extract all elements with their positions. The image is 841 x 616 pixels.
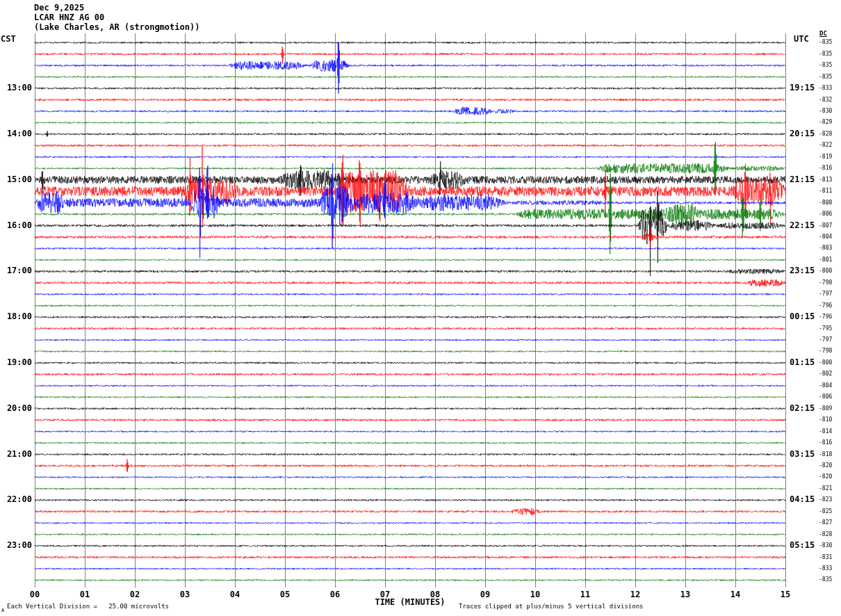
left-time-label: 13:00: [4, 83, 32, 92]
dc-offset-value: -796: [819, 302, 832, 309]
left-time-label: 21:00: [4, 450, 32, 459]
dc-offset-value: -803: [819, 245, 832, 251]
vertical-division-note: Each Vertical Division = 25.00 microvolt…: [7, 603, 169, 610]
left-timezone-header: CST: [1, 35, 16, 44]
title-station-code: LCAR HNZ AG 00: [34, 13, 104, 22]
dc-offset-value: -806: [819, 394, 832, 400]
dc-column-header: DC: [819, 30, 827, 37]
dc-offset-value: -833: [819, 85, 832, 91]
dc-offset-value: -835: [819, 39, 832, 45]
dc-offset-value: -795: [819, 325, 832, 332]
dc-offset-value: -809: [819, 405, 832, 412]
right-time-label: 01:15: [790, 358, 815, 367]
dc-offset-value: -800: [819, 359, 832, 366]
dc-offset-value: -816: [819, 439, 832, 446]
title-station-name: (Lake Charles, AR (strongmotion)): [34, 23, 199, 32]
dc-offset-value: -835: [819, 51, 832, 57]
right-time-label: 03:15: [790, 450, 815, 459]
dc-offset-value: -827: [819, 519, 832, 526]
dc-offset-value: -801: [819, 257, 832, 263]
dc-offset-value: -832: [819, 97, 832, 103]
dc-offset-value: -828: [819, 531, 832, 537]
dc-offset-value: -818: [819, 451, 832, 457]
dc-offset-value: -822: [819, 142, 832, 148]
right-time-label: 20:15: [790, 129, 815, 138]
right-time-label: 00:15: [790, 312, 815, 321]
right-time-label: 19:15: [790, 83, 815, 92]
dc-offset-value: -798: [819, 279, 832, 286]
left-time-label: 23:00: [4, 541, 32, 550]
dc-offset-value: -814: [819, 428, 832, 435]
left-time-label: 20:00: [4, 404, 32, 413]
dc-offset-value: -804: [819, 382, 832, 389]
right-time-label: 22:15: [790, 221, 815, 230]
dc-offset-value: -829: [819, 119, 832, 125]
dc-offset-value: -806: [819, 211, 832, 217]
dc-offset-value: -807: [819, 222, 832, 229]
dc-offset-value: -835: [819, 74, 832, 80]
dc-offset-value: -820: [819, 473, 832, 480]
left-time-label: 16:00: [4, 221, 32, 230]
dc-offset-value: -830: [819, 108, 832, 114]
left-time-label: 22:00: [4, 495, 32, 504]
dc-offset-value: -825: [819, 508, 832, 514]
dc-offset-value: -835: [819, 576, 832, 583]
dc-offset-value: -831: [819, 554, 832, 560]
right-time-label: 05:15: [790, 541, 815, 550]
dc-offset-value: -796: [819, 314, 832, 320]
right-timezone-header: UTC: [794, 35, 809, 44]
right-time-label: 02:15: [790, 404, 815, 413]
dc-offset-value: -804: [819, 234, 832, 240]
dc-offset-value: -800: [819, 268, 832, 274]
right-time-label: 23:15: [790, 266, 815, 275]
dc-offset-value: -821: [819, 485, 832, 492]
dc-offset-value: -819: [819, 154, 832, 160]
dc-offset-value: -810: [819, 416, 832, 423]
dc-offset-value: -808: [819, 200, 832, 206]
dc-offset-value: -835: [819, 62, 832, 68]
dc-offset-value: -797: [819, 291, 832, 297]
dc-offset-value: -797: [819, 337, 832, 343]
left-time-label: 18:00: [4, 312, 32, 321]
dc-offset-value: -830: [819, 542, 832, 549]
right-time-label: 21:15: [790, 175, 815, 184]
left-time-label: 14:00: [4, 129, 32, 138]
right-time-label: 04:15: [790, 495, 815, 504]
dc-offset-value: -828: [819, 131, 832, 137]
corner-mark: A: [1, 608, 4, 613]
left-time-label: 19:00: [4, 358, 32, 367]
dc-offset-value: -816: [819, 165, 832, 171]
seismogram-canvas: [0, 0, 841, 616]
clipping-note: Traces clipped at plus/minus 5 vertical …: [459, 603, 644, 610]
dc-offset-value: -823: [819, 496, 832, 503]
dc-offset-value: -813: [819, 177, 832, 183]
dc-offset-value: -820: [819, 462, 832, 469]
dc-offset-value: -833: [819, 565, 832, 572]
left-time-label: 15:00: [4, 175, 32, 184]
dc-offset-value: -802: [819, 371, 832, 377]
left-time-label: 17:00: [4, 266, 32, 275]
title-date: Dec 9,2025: [34, 3, 84, 13]
dc-offset-value: -811: [819, 188, 832, 194]
dc-offset-value: -798: [819, 348, 832, 354]
